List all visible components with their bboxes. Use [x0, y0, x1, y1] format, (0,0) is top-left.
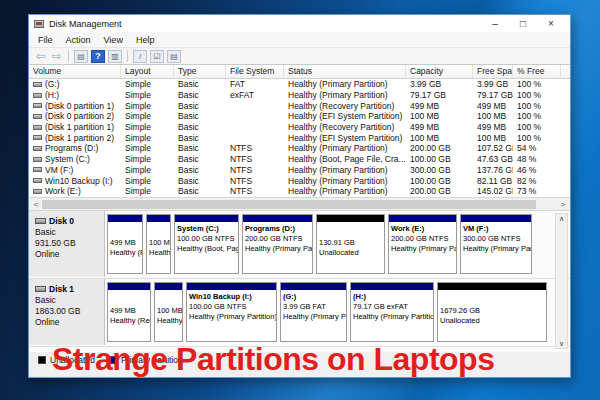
tools-icon[interactable]: / [133, 50, 147, 63]
partition[interactable]: 1679.26 GBUnallocated [437, 282, 547, 342]
disk-0-row: Disk 0Basic931.50 GBOnline499 MBHealthy … [29, 211, 570, 279]
cell: Simple [121, 122, 174, 132]
horizontal-scrollbar[interactable]: < > [29, 197, 570, 210]
volume-label: (Disk 1 partition 2) [45, 133, 114, 143]
scroll-right-icon[interactable]: > [558, 200, 568, 209]
partition-label: 499 MBHealthy (Recovery Partition) [108, 290, 150, 341]
volume-row[interactable]: (H:)SimpleBasicexFATHealthy (Primary Par… [29, 90, 570, 101]
cell: NTFS [226, 143, 284, 153]
scroll-down-icon[interactable]: ∨ [559, 340, 564, 347]
partition[interactable]: Work (E:)200.00 GB NTFSHealthy (Primary … [388, 214, 457, 274]
cell: Healthy (Primary Partition) [284, 176, 406, 186]
volume-row[interactable]: Work (E:)SimpleBasicNTFSHealthy (Primary… [29, 186, 570, 197]
partition-name: Programs (D:) [245, 224, 310, 234]
cell: Healthy (Primary Partition) [284, 79, 406, 89]
cell: 82 % [513, 176, 561, 186]
volume-row[interactable]: (Disk 0 partition 1)SimpleBasicHealthy (… [29, 100, 570, 111]
cell: System (C:) [29, 154, 121, 164]
menu-file[interactable]: File [38, 35, 53, 45]
cell: 137.76 GB [473, 165, 513, 175]
volume-icon [33, 178, 42, 183]
column-header-file-system[interactable]: File System [226, 65, 284, 78]
cell: VM (F:) [29, 165, 121, 175]
vertical-scrollbar[interactable]: ∧ ∨ [555, 213, 568, 349]
menu-action[interactable]: Action [66, 35, 91, 45]
partition[interactable]: System (C:)100.00 GB NTFSHealthy (Boot, … [174, 214, 239, 274]
volume-row[interactable]: (G:)SimpleBasicFATHealthy (Primary Parti… [29, 79, 570, 90]
cell: (Disk 0 partition 1) [29, 101, 121, 111]
forward-icon[interactable]: ⇨ [50, 50, 63, 63]
volume-label: (Disk 1 partition 1) [45, 122, 114, 132]
partition-label: 100 MBHealthy (EFI System Partition) [147, 222, 170, 273]
partition[interactable]: VM (F:)300.00 GB NTFSHealthy (Primary Pa… [460, 214, 532, 274]
volume-label: (G:) [45, 79, 60, 89]
volume-list: VolumeLayoutTypeFile SystemStatusCapacit… [29, 65, 570, 197]
disk-1-info[interactable]: Disk 1Basic1863.00 GBOnline [29, 279, 105, 345]
disk-0-info[interactable]: Disk 0Basic931.50 GBOnline [29, 211, 105, 277]
partition[interactable]: Win10 Backup (I:)100.00 GB NTFSHealthy (… [186, 282, 277, 342]
cell: (Disk 1 partition 1) [29, 122, 121, 132]
column-header-free-spa[interactable]: Free Spa... [473, 65, 513, 78]
volume-row[interactable]: (Disk 0 partition 2)SimpleBasicHealthy (… [29, 111, 570, 122]
cell: exFAT [226, 90, 284, 100]
partition-detail: 79.17 GB exFAT [353, 302, 431, 312]
partition[interactable]: (H:)79.17 GB exFATHealthy (Primary Parti… [350, 282, 434, 342]
cell: 100 MB [473, 133, 513, 143]
help-icon[interactable]: ? [91, 50, 105, 63]
partition[interactable]: 100 MBHealthy (EFI System Partition) [146, 214, 171, 274]
cell: 100 % [513, 101, 561, 111]
partition-status-bar [281, 283, 346, 290]
partition[interactable]: (G:)3.99 GB FATHealthy (Primary Partitio… [280, 282, 347, 342]
column-header-free[interactable]: % Free [513, 65, 561, 78]
menu-help[interactable]: Help [136, 35, 155, 45]
menu-view[interactable]: View [104, 35, 123, 45]
volume-row[interactable]: VM (F:)SimpleBasicNTFSHealthy (Primary P… [29, 165, 570, 176]
partition[interactable]: 499 MBHealthy (Recovery Partition) [107, 214, 143, 274]
cell: Healthy (Primary Partition) [284, 186, 406, 196]
maximize-button[interactable]: □ [509, 15, 537, 32]
partition-label: 100 MBHealthy (EFI System Partition) [155, 290, 182, 341]
close-button[interactable]: × [537, 15, 565, 32]
cell: Basic [174, 90, 226, 100]
title-bar[interactable]: Disk Management –□× [29, 15, 570, 32]
cell: 100 % [513, 111, 561, 121]
partition[interactable]: 499 MBHealthy (Recovery Partition) [107, 282, 151, 342]
partition-detail: Healthy (Primary Partition) [353, 312, 431, 322]
back-icon[interactable]: ⇦ [34, 50, 47, 63]
partition[interactable]: Programs (D:)200.00 GB NTFSHealthy (Prim… [242, 214, 313, 274]
volume-label: (Disk 0 partition 1) [45, 101, 114, 111]
window-controls: –□× [481, 15, 565, 32]
cell: Healthy (EFI System Partition) [284, 133, 406, 143]
horizontal-scroll-thumb[interactable] [42, 200, 536, 209]
scroll-left-icon[interactable]: < [31, 200, 41, 209]
cell: NTFS [226, 154, 284, 164]
cell: 48 % [513, 154, 561, 164]
volume-row[interactable]: (Disk 1 partition 1)SimpleBasicHealthy (… [29, 122, 570, 133]
detail-pane-icon[interactable]: ▥ [108, 50, 122, 63]
disk-0-name: Disk 0 [35, 216, 101, 226]
console-tree-icon[interactable]: ▤ [74, 50, 88, 63]
disk-1-name: Disk 1 [35, 284, 101, 294]
cell: 3.99 GB [473, 79, 513, 89]
cell: NTFS [226, 176, 284, 186]
column-header-status[interactable]: Status [284, 65, 406, 78]
column-header-type[interactable]: Type [174, 65, 226, 78]
volume-row[interactable]: Win10 Backup (I:)SimpleBasicNTFSHealthy … [29, 175, 570, 186]
volume-row[interactable]: Programs (D:)SimpleBasicNTFSHealthy (Pri… [29, 143, 570, 154]
cell: Simple [121, 79, 174, 89]
cell: Simple [121, 186, 174, 196]
partition[interactable]: 100 MBHealthy (EFI System Partition) [154, 282, 183, 342]
column-header-volume[interactable]: Volume [29, 65, 121, 78]
column-header-layout[interactable]: Layout [121, 65, 174, 78]
scroll-up-icon[interactable]: ∧ [559, 215, 564, 222]
minimize-button[interactable]: – [481, 15, 509, 32]
properties-icon[interactable]: ▤ [167, 50, 181, 63]
partition[interactable]: 130.91 GBUnallocated [316, 214, 385, 274]
task-check-icon[interactable]: ☑ [150, 50, 164, 63]
partition-detail: Healthy (Primary Partition) [391, 244, 454, 254]
column-header-capacity[interactable]: Capacity [406, 65, 473, 78]
graphical-view-pane: Disk 0Basic931.50 GBOnline499 MBHealthy … [29, 210, 570, 352]
cell: 145.02 GB [473, 186, 513, 196]
volume-row[interactable]: (Disk 1 partition 2)SimpleBasicHealthy (… [29, 132, 570, 143]
volume-row[interactable]: System (C:)SimpleBasicNTFSHealthy (Boot,… [29, 154, 570, 165]
